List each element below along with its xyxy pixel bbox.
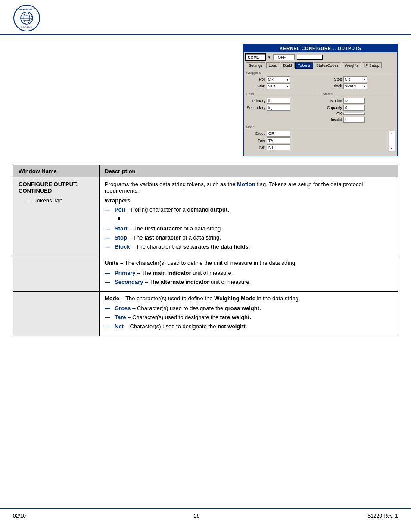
capacity-input[interactable]: 0: [343, 105, 365, 111]
off-value-box: [297, 55, 323, 60]
primary-row: Primary lb: [246, 98, 318, 104]
main-indicator-bold: main indicator: [153, 270, 191, 276]
tab-ipsetup[interactable]: IP Setup: [362, 62, 382, 68]
gross-row: Gross GR: [246, 131, 386, 137]
net-text: Net – Character(s) used to designate the…: [115, 323, 247, 330]
net-dash: —: [105, 323, 111, 330]
svg-text:FAIRBANKS: FAIRBANKS: [19, 8, 35, 11]
mode-inputs: Gross GR Tare TA Net NT: [246, 131, 386, 151]
gross-input[interactable]: GR: [267, 131, 290, 137]
ok-row: OK: [323, 112, 395, 116]
logo-container: FAIRBANKS SCALES: [13, 4, 43, 30]
block-label: Block: [323, 84, 342, 88]
status-col: Status Motion M Capacity 0 OK: [323, 92, 395, 124]
tab-build[interactable]: Build: [281, 62, 295, 68]
wrappers-right: Stop CR ▼ Block SPACE ▼: [323, 76, 395, 90]
last-character-bold: last character: [144, 234, 181, 241]
alternate-indicator-bold: alternate indicator: [161, 279, 209, 285]
page-header: FAIRBANKS SCALES: [0, 0, 411, 35]
start-dropdown[interactable]: STX ▼: [267, 83, 290, 89]
window-name-cell-units: [13, 256, 100, 292]
kernel-top-row: COM1 ▼ OFF: [246, 54, 395, 60]
footer-revision: 51220 Rev. 1: [367, 513, 398, 519]
wrappers-label: Wrappers: [246, 71, 395, 75]
invalid-label: Invalid: [323, 118, 342, 122]
poll-label: Poll: [246, 77, 265, 81]
tare-term: Tare: [115, 314, 126, 320]
block-value: SPACE: [345, 84, 358, 88]
start-term: Start: [115, 225, 128, 232]
tare-dash: —: [105, 314, 111, 320]
wrappers-left: Poll CR ▼ Start STX ▼: [246, 76, 318, 90]
gross-term: Gross: [115, 305, 131, 311]
table-row-mode: Mode – The character(s) used to define t…: [13, 292, 398, 336]
screenshot-container: KERNEL CONFIGURE... OUTPUTS COM1 ▼ OFF S…: [13, 44, 398, 156]
description-cell-tokens: Programs the various data string tokens,…: [100, 177, 398, 256]
units-bold-label: Units –: [105, 260, 123, 266]
gross-text: Gross – Character(s) used to designate t…: [115, 305, 261, 311]
tab-statuscodes[interactable]: StatusCodes: [314, 62, 341, 68]
tokens-tab-label: — Tokens Tab: [19, 197, 94, 204]
gross-label: Gross: [246, 131, 265, 136]
mode-description: Mode – The character(s) used to define t…: [105, 295, 392, 302]
tare-item: — Tare – Character(s) used to designate …: [105, 314, 392, 320]
start-text: Start – The first character of a data st…: [115, 225, 222, 232]
primary-dash: —: [105, 270, 111, 276]
units-status-layout: Units Primary lb Secondary kg Status: [246, 92, 395, 124]
poll-term: Poll: [115, 206, 125, 213]
stop-item: — Stop – The last character of a data st…: [105, 234, 392, 241]
primary-term: Primary: [115, 270, 135, 276]
tokens-tab-dash: —: [27, 197, 34, 204]
start-label: Start: [246, 84, 265, 88]
gross-item: — Gross – Character(s) used to designate…: [105, 305, 392, 311]
poll-arrow-icon: ▼: [286, 78, 289, 81]
com-select[interactable]: COM1: [246, 54, 265, 60]
units-col: Units Primary lb Secondary kg: [246, 92, 318, 124]
description-cell-mode: Mode – The character(s) used to define t…: [100, 292, 398, 336]
block-term: Block: [115, 243, 130, 250]
tab-weights[interactable]: Weights: [342, 62, 361, 68]
stop-dropdown[interactable]: CR ▼: [343, 76, 367, 82]
kernel-tabs: Settings Load Build Tokens StatusCodes W…: [246, 62, 395, 68]
poll-row: Poll CR ▼: [246, 76, 318, 82]
secondary-label: Secondary: [246, 106, 265, 110]
motion-input[interactable]: M: [343, 98, 365, 104]
window-name-title: CONFIGURE OUTPUT, CONTINUED: [19, 181, 94, 194]
invalid-input[interactable]: I: [343, 117, 365, 123]
tab-load[interactable]: Load: [266, 62, 280, 68]
ok-input[interactable]: [343, 113, 365, 115]
kernel-window: KERNEL CONFIGURE... OUTPUTS COM1 ▼ OFF S…: [243, 44, 398, 156]
footer-page: 28: [194, 513, 199, 519]
footer-date: 02/10: [13, 513, 26, 519]
net-row: Net NT: [246, 144, 386, 150]
wrappers-section-title: Wrappers: [105, 197, 392, 204]
net-label: Net: [246, 145, 265, 149]
poll-dropdown[interactable]: CR ▼: [267, 76, 290, 82]
status-section-label: Status: [323, 92, 395, 96]
primary-input[interactable]: lb: [267, 98, 290, 104]
block-text: Block – The character that separates the…: [115, 243, 250, 250]
block-item: — Block – The character that separates t…: [105, 243, 392, 250]
description-cell-units: Units – The character(s) used to define …: [100, 256, 398, 292]
mode-scrollbar[interactable]: ▲ ▼: [389, 131, 395, 151]
tare-input[interactable]: TA: [267, 137, 290, 143]
table-row-units: Units – The character(s) used to define …: [13, 256, 398, 292]
net-input[interactable]: NT: [267, 144, 290, 150]
tare-weight-bold: tare weight.: [220, 314, 251, 320]
window-name-cell-mode: [13, 292, 100, 336]
block-dropdown[interactable]: SPACE ▼: [343, 83, 367, 89]
kernel-window-title: KERNEL CONFIGURE... OUTPUTS: [244, 45, 397, 52]
svg-text:SCALES: SCALES: [21, 25, 32, 28]
units-section-label: Units: [246, 92, 318, 96]
wrappers-section: Wrappers Poll CR ▼ Start: [246, 71, 395, 90]
tab-settings[interactable]: Settings: [246, 62, 265, 68]
poll-value: CR: [268, 77, 274, 81]
mode-layout: Gross GR Tare TA Net NT: [246, 131, 395, 151]
window-name-cell-tokens: CONFIGURE OUTPUT, CONTINUED — Tokens Tab: [13, 177, 100, 256]
configure-output-label: CONFIGURE OUTPUT, CONTINUED: [19, 181, 78, 194]
mode-bold-label: Mode –: [105, 295, 124, 302]
secondary-input[interactable]: kg: [267, 105, 290, 111]
tokens-tab-text: Tokens Tab: [34, 197, 62, 204]
tab-tokens[interactable]: Tokens: [296, 62, 313, 68]
fairbanks-logo-icon: FAIRBANKS SCALES: [13, 4, 41, 32]
